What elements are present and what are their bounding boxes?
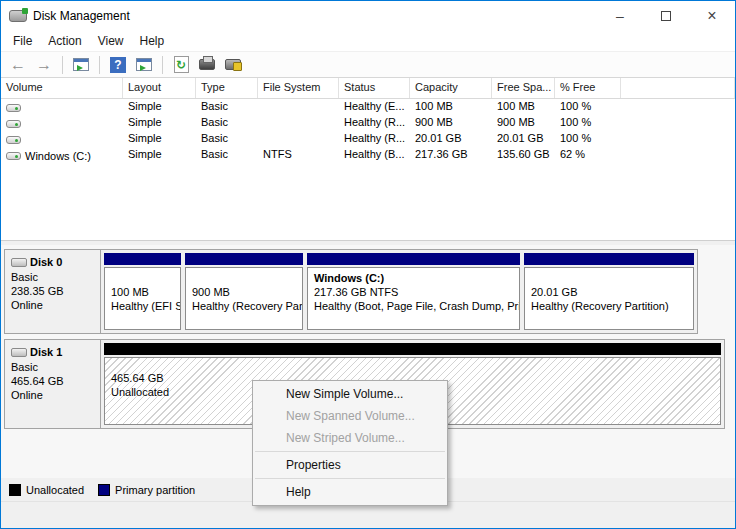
volume-status: Healthy (E... <box>339 99 410 115</box>
column-header-status[interactable]: Status <box>339 78 410 98</box>
disk-0-label-panel[interactable]: Disk 0 Basic 238.35 GB Online <box>5 250 101 333</box>
disk-properties-icon <box>199 59 215 70</box>
partition-windows-c[interactable]: Windows (C:) 217.36 GB NTFS Healthy (Boo… <box>307 253 520 330</box>
column-header-capacity[interactable]: Capacity <box>410 78 492 98</box>
partition-status: Healthy (Boot, Page File, Crash Dump, Pr… <box>314 299 519 313</box>
volume-capacity: 100 MB <box>410 99 492 115</box>
volume-pct-free: 100 % <box>555 131 621 147</box>
volume-pct-free: 100 % <box>555 99 621 115</box>
partition-status: Healthy (Recovery Partition) <box>531 299 693 313</box>
disk-1-label-panel[interactable]: Disk 1 Basic 465.64 GB Online <box>5 340 101 428</box>
volume-layout: Simple <box>123 131 196 147</box>
partition-size: 100 MB <box>111 285 180 299</box>
unallocated-swatch-icon <box>9 484 21 496</box>
disk-0-row: Disk 0 Basic 238.35 GB Online 100 MB Hea… <box>4 249 698 334</box>
toolbar-separator <box>62 56 63 74</box>
action-pane-icon <box>136 58 152 71</box>
disk-size: 238.35 GB <box>11 284 96 298</box>
title-bar: Disk Management – × <box>1 1 735 31</box>
volume-list-pane: Volume Layout Type File System Status Ca… <box>1 78 735 241</box>
toolbar-separator <box>99 56 100 74</box>
refresh-button[interactable]: ↻ <box>170 54 192 76</box>
disk-0-partitions: 100 MB Healthy (EFI S 900 MB Healthy (Re… <box>101 250 697 333</box>
context-menu-separator <box>255 451 445 452</box>
disk-icon <box>11 258 27 267</box>
volume-row[interactable]: Simple Basic Healthy (E... 100 MB 100 MB… <box>1 99 735 115</box>
disk-properties-button[interactable] <box>196 54 218 76</box>
volume-file-system: NTFS <box>258 147 339 163</box>
partition-efi[interactable]: 100 MB Healthy (EFI S <box>104 253 181 330</box>
volume-layout: Simple <box>123 99 196 115</box>
partition-status: Healthy (EFI S <box>111 299 180 313</box>
volume-capacity: 217.36 GB <box>410 147 492 163</box>
partition-recovery-2[interactable]: 20.01 GB Healthy (Recovery Partition) <box>524 253 694 330</box>
menu-item-new-simple-volume[interactable]: New Simple Volume... <box>253 383 447 405</box>
back-button[interactable]: ← <box>7 54 29 76</box>
volume-icon <box>6 104 21 112</box>
help-icon: ? <box>110 57 126 73</box>
toolbar-separator <box>162 56 163 74</box>
partition-color-bar <box>185 253 303 265</box>
disk-console-icon <box>225 59 241 70</box>
column-header-volume[interactable]: Volume <box>1 78 123 98</box>
volume-icon <box>6 152 21 160</box>
volume-icon <box>6 120 21 128</box>
window-title: Disk Management <box>33 9 130 23</box>
partition-color-bar <box>307 253 520 265</box>
legend-label: Unallocated <box>26 484 84 496</box>
volume-row[interactable]: Simple Basic Healthy (R... 900 MB 900 MB… <box>1 115 735 131</box>
volume-pct-free: 62 % <box>555 147 621 163</box>
partition-size: 900 MB <box>192 285 302 299</box>
volume-type: Basic <box>196 147 258 163</box>
menu-item-new-spanned-volume: New Spanned Volume... <box>253 405 447 427</box>
action-pane-button[interactable] <box>133 54 155 76</box>
volume-free-space: 900 MB <box>492 115 555 131</box>
help-button[interactable]: ? <box>107 54 129 76</box>
legend-label: Primary partition <box>115 484 195 496</box>
volume-list-header: Volume Layout Type File System Status Ca… <box>1 78 735 99</box>
menu-item-help[interactable]: Help <box>253 481 447 503</box>
menu-action[interactable]: Action <box>40 31 89 51</box>
back-icon: ← <box>10 57 26 73</box>
maximize-button[interactable] <box>643 1 689 31</box>
volume-file-system <box>258 131 339 147</box>
legend-item-unallocated: Unallocated <box>9 484 84 496</box>
column-header-free-space[interactable]: Free Spa... <box>492 78 555 98</box>
volume-free-space: 20.01 GB <box>492 131 555 147</box>
column-header-type[interactable]: Type <box>196 78 258 98</box>
volume-layout: Simple <box>123 147 196 163</box>
disk-type: Basic <box>11 360 96 374</box>
column-header-pct-free[interactable]: % Free <box>555 78 621 98</box>
volume-icon <box>6 136 21 144</box>
minimize-icon: – <box>616 8 624 24</box>
volume-status: Healthy (B... <box>339 147 410 163</box>
partition-recovery-1[interactable]: 900 MB Healthy (Recovery Par <box>185 253 303 330</box>
disk-console-button[interactable] <box>222 54 244 76</box>
volume-type: Basic <box>196 99 258 115</box>
primary-partition-swatch-icon <box>98 484 110 496</box>
forward-button[interactable]: → <box>33 54 55 76</box>
refresh-icon: ↻ <box>174 56 189 73</box>
menu-item-properties[interactable]: Properties <box>253 454 447 476</box>
legend-item-primary-partition: Primary partition <box>98 484 195 496</box>
column-header-layout[interactable]: Layout <box>123 78 196 98</box>
close-button[interactable]: × <box>689 1 735 31</box>
partition-color-bar <box>524 253 694 265</box>
volume-row[interactable]: Windows (C:) Simple Basic NTFS Healthy (… <box>1 147 735 163</box>
volume-row[interactable]: Simple Basic Healthy (R... 20.01 GB 20.0… <box>1 131 735 147</box>
console-tree-button[interactable] <box>70 54 92 76</box>
console-tree-icon <box>73 58 89 71</box>
menu-file[interactable]: File <box>5 31 40 51</box>
context-menu-separator <box>255 478 445 479</box>
menu-help[interactable]: Help <box>132 31 173 51</box>
disk-type: Basic <box>11 270 96 284</box>
minimize-button[interactable]: – <box>597 1 643 31</box>
column-header-file-system[interactable]: File System <box>258 78 339 98</box>
volume-capacity: 20.01 GB <box>410 131 492 147</box>
context-menu: New Simple Volume... New Spanned Volume.… <box>252 380 448 506</box>
partition-size: 217.36 GB NTFS <box>314 285 519 299</box>
volume-file-system <box>258 115 339 131</box>
volume-free-space: 100 MB <box>492 99 555 115</box>
volume-type: Basic <box>196 115 258 131</box>
menu-view[interactable]: View <box>90 31 132 51</box>
